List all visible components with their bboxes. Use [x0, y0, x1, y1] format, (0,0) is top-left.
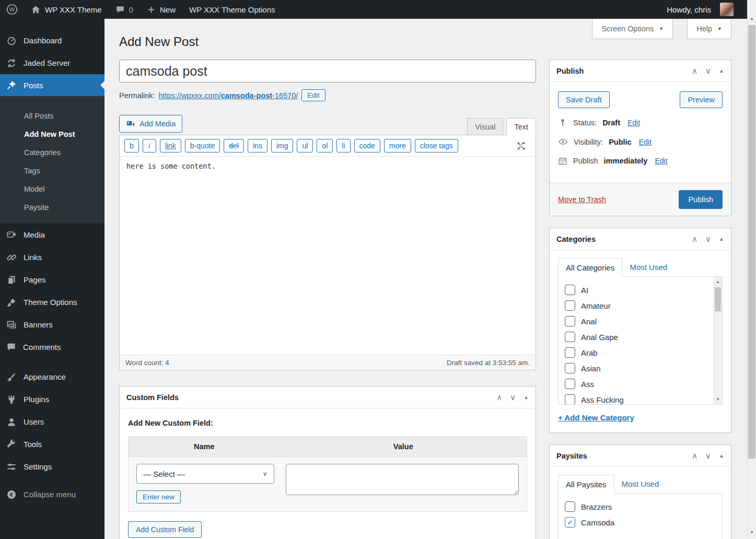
- paysite-item[interactable]: ✓ Brazzers: [565, 499, 712, 514]
- sidebar-item-paysite[interactable]: Paysite: [0, 198, 104, 216]
- tab-all-paysites[interactable]: All Paysites: [558, 475, 614, 494]
- sidebar-item-categories[interactable]: Categories: [0, 143, 104, 161]
- category-item[interactable]: ✓ Anal Gape: [565, 329, 712, 345]
- sidebar-item-posts[interactable]: Posts: [0, 74, 104, 96]
- site-name-menu[interactable]: WP XXX Theme: [24, 0, 109, 19]
- new-content-menu[interactable]: New: [140, 0, 182, 19]
- scrollbar-thumb[interactable]: [748, 25, 755, 459]
- add-media-button[interactable]: Add Media: [119, 115, 182, 133]
- scroll-down-icon[interactable]: ▼: [714, 397, 722, 402]
- sidebar-item-jaded-server[interactable]: Jaded Server: [0, 52, 104, 74]
- wp-logo-menu[interactable]: W: [0, 0, 24, 19]
- move-down-button[interactable]: ∨: [705, 235, 711, 243]
- category-item[interactable]: ✓ Arab: [565, 345, 712, 360]
- permalink-edit-button[interactable]: Edit: [301, 89, 325, 101]
- quicktag-close-tags[interactable]: close tags: [415, 139, 458, 153]
- sidebar-item-pages[interactable]: Pages: [0, 268, 104, 291]
- sidebar-item-links[interactable]: Links: [0, 246, 104, 268]
- quicktag-italic[interactable]: i: [143, 139, 156, 153]
- quicktag-link[interactable]: link: [160, 139, 181, 153]
- toggle-panel-button[interactable]: ▲: [719, 453, 724, 459]
- sidebar-item-theme-options[interactable]: Theme Options: [0, 291, 104, 313]
- sidebar-item-users[interactable]: Users: [0, 411, 104, 433]
- category-checkbox[interactable]: ✓: [565, 379, 575, 389]
- help-button[interactable]: Help ▼: [687, 19, 731, 39]
- category-item[interactable]: ✓ AI: [565, 282, 712, 298]
- publish-button[interactable]: Publish: [679, 190, 723, 209]
- move-up-button[interactable]: ∧: [692, 67, 697, 75]
- page-scrollbar[interactable]: ▲ ▼: [747, 0, 756, 539]
- preview-button[interactable]: Preview: [680, 91, 723, 108]
- sidebar-item-appearance[interactable]: Appearance: [0, 366, 104, 388]
- category-item[interactable]: ✓ Ass: [565, 376, 712, 392]
- tab-most-used-paysites[interactable]: Most Used: [614, 475, 667, 493]
- paysite-checkbox[interactable]: ✓: [565, 501, 575, 512]
- permalink-link[interactable]: https://wpxxx.com/camsoda-post-16570/: [159, 91, 298, 100]
- paysites-header[interactable]: Paysites ∧ ∨ ▲: [550, 445, 731, 467]
- toggle-panel-button[interactable]: ▲: [719, 236, 724, 242]
- category-checkbox[interactable]: ✓: [565, 316, 575, 326]
- quicktag-more[interactable]: more: [384, 139, 411, 153]
- category-checkbox[interactable]: ✓: [565, 394, 575, 405]
- save-draft-button[interactable]: Save Draft: [558, 91, 610, 108]
- category-checkbox[interactable]: ✓: [565, 300, 575, 311]
- toggle-panel-button[interactable]: ▲: [719, 68, 724, 74]
- screen-options-button[interactable]: Screen Options ▼: [592, 19, 673, 39]
- quicktag-blockquote[interactable]: b-quote: [185, 139, 220, 153]
- publish-header[interactable]: Publish ∧ ∨ ▲: [550, 60, 731, 82]
- post-title-input[interactable]: [119, 60, 536, 83]
- category-checkbox[interactable]: ✓: [565, 347, 575, 358]
- category-list-scrollbar[interactable]: ▲ ▼: [713, 277, 722, 404]
- sidebar-item-dashboard[interactable]: Dashboard: [0, 29, 104, 52]
- paysite-item[interactable]: ✓ Camsoda: [565, 514, 712, 530]
- sidebar-item-banners[interactable]: Banners: [0, 313, 104, 336]
- enter-new-button[interactable]: Enter new: [136, 490, 181, 503]
- quicktag-ins[interactable]: ins: [248, 139, 267, 153]
- sidebar-item-collapse-menu[interactable]: Collapse menu: [0, 483, 104, 506]
- quicktag-del[interactable]: del: [224, 139, 244, 153]
- category-checkbox[interactable]: ✓: [565, 285, 575, 295]
- move-down-button[interactable]: ∨: [705, 67, 711, 75]
- quicktag-ul[interactable]: ul: [297, 139, 313, 153]
- category-item[interactable]: ✓ Ass Fucking: [565, 392, 712, 405]
- theme-options-menu-top[interactable]: WP XXX Theme Options: [182, 0, 282, 19]
- sidebar-item-model[interactable]: Model: [0, 180, 104, 198]
- tab-all-categories[interactable]: All Categories: [558, 258, 622, 277]
- category-item[interactable]: ✓ Asian: [565, 360, 712, 376]
- toggle-panel-button[interactable]: ▲: [524, 394, 529, 400]
- add-custom-field-button[interactable]: Add Custom Field: [128, 521, 202, 538]
- move-down-button[interactable]: ∨: [510, 393, 516, 401]
- quicktag-img[interactable]: img: [271, 139, 294, 153]
- sidebar-item-tools[interactable]: Tools: [0, 433, 104, 455]
- tab-most-used-categories[interactable]: Most Used: [622, 258, 674, 276]
- move-up-button[interactable]: ∧: [496, 393, 502, 401]
- category-checkbox[interactable]: ✓: [565, 363, 575, 373]
- sidebar-item-add-new-post[interactable]: Add New Post: [0, 125, 104, 143]
- category-item[interactable]: ✓ Anal: [565, 313, 712, 329]
- quicktag-li[interactable]: li: [336, 139, 350, 153]
- categories-header[interactable]: Categories ∧ ∨ ▲: [550, 228, 731, 250]
- sidebar-item-tags[interactable]: Tags: [0, 161, 104, 180]
- quicktag-ol[interactable]: ol: [317, 139, 333, 153]
- move-down-button[interactable]: ∨: [705, 452, 711, 460]
- tab-text[interactable]: Text: [506, 118, 536, 135]
- quicktag-bold[interactable]: b: [124, 139, 139, 153]
- custom-field-value-textarea[interactable]: [286, 464, 519, 495]
- post-content-textarea[interactable]: here is some content.: [120, 156, 536, 355]
- move-up-button[interactable]: ∧: [692, 452, 697, 460]
- scroll-down-icon[interactable]: ▼: [748, 530, 756, 535]
- edit-status-link[interactable]: Edit: [627, 119, 640, 127]
- move-up-button[interactable]: ∧: [692, 235, 697, 243]
- move-to-trash-link[interactable]: Move to Trash: [558, 195, 606, 204]
- scroll-up-icon[interactable]: ▲: [748, 16, 756, 21]
- sidebar-item-plugins[interactable]: Plugins: [0, 388, 104, 411]
- quicktag-code[interactable]: code: [354, 139, 380, 153]
- comments-menu[interactable]: 0: [109, 0, 140, 19]
- custom-field-name-select[interactable]: — Select — ∨: [136, 464, 274, 484]
- scrollbar-thumb[interactable]: [715, 287, 721, 311]
- add-new-category-link[interactable]: + Add New Category: [558, 413, 634, 422]
- category-checkbox[interactable]: ✓: [565, 332, 575, 342]
- sidebar-item-settings[interactable]: Settings: [0, 455, 104, 478]
- edit-schedule-link[interactable]: Edit: [655, 157, 667, 165]
- custom-fields-header[interactable]: Custom Fields ∧ ∨ ▲: [120, 386, 536, 408]
